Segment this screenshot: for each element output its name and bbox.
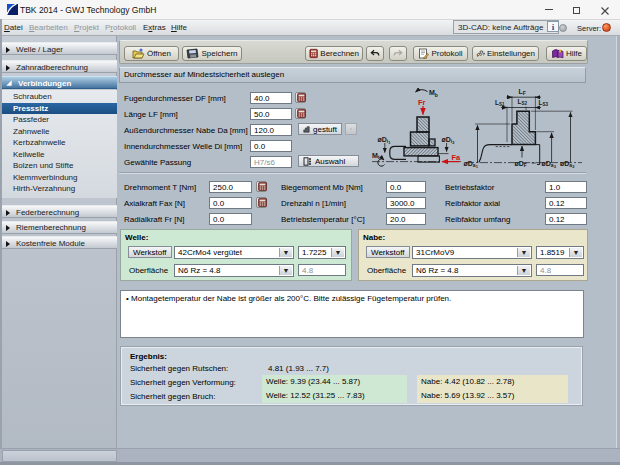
svg-text:øDi1: øDi1 [378, 136, 392, 146]
svg-text:Mb: Mb [429, 89, 438, 98]
svg-text:LS1: LS1 [495, 99, 505, 107]
svg-text:LF: LF [519, 88, 526, 97]
svg-text:Fa: Fa [452, 153, 462, 162]
svg-text:øDa2: øDa2 [560, 160, 575, 170]
svg-text:øDi2: øDi2 [442, 136, 456, 146]
svg-text:LS3: LS3 [539, 99, 549, 107]
svg-text:Mt: Mt [372, 152, 380, 161]
svg-text:Fr: Fr [418, 98, 426, 107]
svg-text:øDF: øDF [515, 160, 527, 169]
svg-text:øDa1: øDa1 [464, 160, 479, 170]
svg-text:øDa3: øDa3 [542, 160, 557, 170]
svg-text:LS2: LS2 [518, 98, 528, 106]
